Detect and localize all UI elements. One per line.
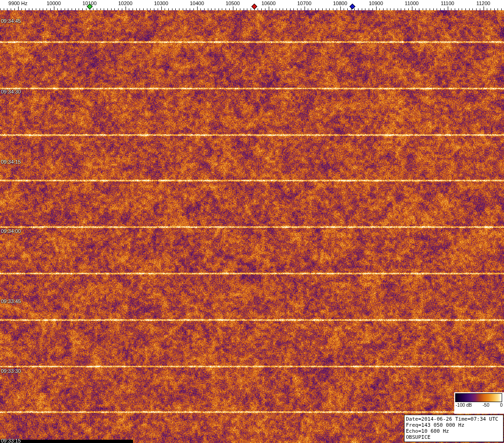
freq-tick-label-10000: 10000 [46, 0, 61, 6]
info-box: Date=2014-06-26 Time=07:34 UTC Freq=143 … [404, 415, 504, 442]
time-label-093330: 09:33:30 [1, 369, 21, 374]
waterfall-canvas[interactable] [0, 10, 504, 443]
frequency-ruler[interactable]: 9900 Hz100001010010200103001040010500106… [0, 0, 504, 10]
time-label-093415: 09:34:15 [1, 159, 21, 165]
freq-tick-label-10700: 10700 [297, 0, 312, 6]
colorbar-min-label: -100 dB [456, 403, 472, 408]
freq-tick-label-11200: 11200 [477, 0, 491, 6]
time-label-093445: 09:34:45 [1, 19, 21, 24]
info-freq-line: Freq=143 050 000 Hz [406, 422, 502, 428]
freq-tick-label-9900: 9900 Hz [8, 0, 27, 6]
info-echo-line: Echo=10 600 Hz [406, 428, 502, 434]
time-label-093400: 09:34:00 [1, 229, 21, 234]
freq-tick-label-10900: 10900 [369, 0, 383, 6]
freq-tick-label-10800: 10800 [333, 0, 347, 6]
freq-tick-label-10200: 10200 [118, 0, 133, 6]
info-date-line: Date=2014-06-26 Time=07:34 UTC [406, 416, 502, 422]
colorbar-mid-label: -50 [483, 403, 489, 408]
freq-tick-label-10600: 10600 [261, 0, 276, 6]
freq-tick-label-10300: 10300 [154, 0, 168, 6]
freq-tick-label-11100: 11100 [441, 0, 454, 6]
colorbar-legend: -100 dB -50 0 [454, 392, 504, 414]
time-label-093345: 09:33:45 [1, 299, 21, 304]
time-label-093430: 09:34:30 [1, 89, 21, 94]
colorbar-labels: -100 dB -50 0 [456, 403, 503, 408]
colorbar-max-label: 0 [500, 403, 503, 408]
freq-tick-label-11000: 11000 [405, 0, 419, 6]
freq-tick-label-10400: 10400 [190, 0, 204, 6]
colorbar-gradient [456, 394, 502, 402]
waterfall-display: 09:34:4509:34:3009:34:1509:34:0009:33:45… [0, 10, 504, 443]
info-station-line: OBSUPICE [406, 434, 502, 440]
time-label-093315: 09:33:15 [1, 438, 21, 443]
freq-tick-label-10500: 10500 [225, 0, 240, 6]
spectrogram-window: 9900 Hz100001010010200103001040010500106… [0, 0, 504, 443]
